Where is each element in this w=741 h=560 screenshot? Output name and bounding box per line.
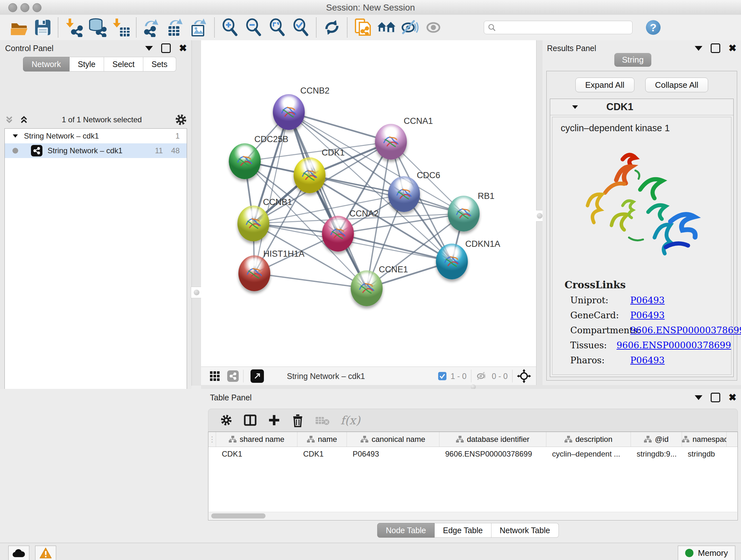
expand-all-button[interactable]: Expand All xyxy=(576,78,634,92)
float-panel-icon[interactable] xyxy=(145,46,153,51)
network-node-ccna2[interactable] xyxy=(322,216,354,252)
collapse-section-icon[interactable] xyxy=(571,103,579,111)
table-settings-gear-icon[interactable] xyxy=(220,414,232,427)
close-panel-icon[interactable]: ✖ xyxy=(179,44,187,52)
crosslink-link[interactable]: 9606.ENSP00000378699 xyxy=(630,325,741,335)
collection-expander-icon[interactable] xyxy=(12,132,19,139)
close-panel-icon[interactable]: ✖ xyxy=(729,44,737,52)
table-row[interactable]: CDK1CDK1P064939606.ENSP00000378699cyclin… xyxy=(208,447,738,461)
zoom-selected-button[interactable] xyxy=(291,18,311,37)
crosslink-link[interactable]: P06493 xyxy=(630,355,665,366)
column-header-description[interactable]: description xyxy=(546,432,631,447)
export-image-button[interactable] xyxy=(190,18,209,37)
tab-string[interactable]: String xyxy=(614,53,651,67)
horizontal-splitter[interactable] xyxy=(201,385,741,389)
open-session-button[interactable] xyxy=(10,18,29,37)
tab-style[interactable]: Style xyxy=(70,57,105,71)
scrollbar-thumb[interactable] xyxy=(211,513,266,518)
network-canvas[interactable]: CCNB2 CCNA1 CDC25B CDK1 CDC6 RB1 CCNB1 xyxy=(201,40,536,367)
add-column-icon[interactable] xyxy=(268,414,280,427)
delete-column-trash-icon[interactable] xyxy=(291,413,304,427)
table-cell[interactable]: 9606.ENSP00000378699 xyxy=(440,449,546,458)
network-edge[interactable] xyxy=(254,273,367,288)
table-cell[interactable]: CDK1 xyxy=(216,449,297,458)
maximize-panel-icon[interactable] xyxy=(711,393,720,402)
zoom-fit-button[interactable] xyxy=(268,18,287,37)
network-node-hist1h1a[interactable] xyxy=(239,255,270,291)
column-header-canonicalname[interactable]: canonical name xyxy=(347,432,440,447)
protein-card-header[interactable]: CDK1 xyxy=(550,99,733,115)
table-cell[interactable]: cyclin–dependent ... xyxy=(546,449,631,458)
tab-select[interactable]: Select xyxy=(104,57,143,71)
expand-all-chevron-icon[interactable] xyxy=(19,115,29,125)
hide-selected-button[interactable] xyxy=(401,18,420,37)
import-network-database-button[interactable] xyxy=(88,18,107,37)
apply-layout-button[interactable] xyxy=(322,18,341,37)
network-node-ccnb1[interactable] xyxy=(238,206,269,241)
search-input[interactable] xyxy=(495,23,628,32)
export-table-button[interactable] xyxy=(166,18,185,37)
table-cell[interactable]: stringdb:9... xyxy=(631,449,682,458)
crosslink-link[interactable]: P06493 xyxy=(630,310,665,320)
float-panel-icon[interactable] xyxy=(695,395,702,400)
gear-icon[interactable] xyxy=(175,114,187,126)
network-edge[interactable] xyxy=(289,112,367,288)
network-row[interactable]: String Network – cdk1 11 48 xyxy=(5,143,187,158)
table-cell[interactable]: CDK1 xyxy=(297,449,347,458)
search-field[interactable] xyxy=(484,21,632,34)
right-splitter[interactable] xyxy=(536,40,543,386)
column-header-sharedname[interactable]: shared name xyxy=(216,432,297,447)
table-cell[interactable]: stringdb xyxy=(682,449,727,458)
network-collection-row[interactable]: String Network – cdk1 1 xyxy=(5,129,187,143)
show-all-networks-button[interactable] xyxy=(377,18,396,37)
column-header-namespace[interactable]: namespace xyxy=(682,432,727,447)
network-node-cdk1[interactable] xyxy=(293,158,326,193)
save-session-button[interactable] xyxy=(33,18,52,37)
column-header-id[interactable]: @id xyxy=(631,432,682,447)
network-view-type-icon[interactable] xyxy=(227,370,239,382)
grid-view-icon[interactable] xyxy=(209,371,220,381)
crosslink-link[interactable]: P06493 xyxy=(630,295,665,306)
fit-selected-crosshair-icon[interactable] xyxy=(517,369,531,383)
float-panel-icon[interactable] xyxy=(695,46,702,51)
zoom-out-button[interactable] xyxy=(244,18,263,37)
select-columns-icon[interactable] xyxy=(244,414,257,427)
network-node-cdc6[interactable] xyxy=(388,176,420,212)
memory-button[interactable]: Memory xyxy=(678,546,735,560)
network-node-rb1[interactable] xyxy=(448,196,480,232)
export-network-button[interactable] xyxy=(142,18,161,37)
maximize-panel-icon[interactable] xyxy=(711,44,720,53)
hidden-eye-icon[interactable] xyxy=(476,371,488,381)
network-node-cdkn1a[interactable] xyxy=(436,244,468,279)
column-header-databaseidentifier[interactable]: database identifier xyxy=(440,432,546,447)
tab-network[interactable]: Network xyxy=(23,57,70,71)
network-node-ccna1[interactable] xyxy=(375,124,407,160)
tab-network-table[interactable]: Network Table xyxy=(491,523,559,538)
table-cell[interactable]: P06493 xyxy=(347,449,440,458)
network-node-ccne1[interactable] xyxy=(351,270,383,306)
warnings-button[interactable] xyxy=(35,546,56,560)
detach-view-button[interactable] xyxy=(251,369,264,383)
maximize-panel-icon[interactable] xyxy=(161,44,171,53)
tab-edge-table[interactable]: Edge Table xyxy=(434,523,491,538)
selected-checkbox-icon[interactable] xyxy=(438,372,447,381)
tab-sets[interactable]: Sets xyxy=(143,57,176,71)
left-splitter[interactable] xyxy=(192,40,202,386)
left-splitter-grip[interactable] xyxy=(191,287,202,298)
table-horizontal-scrollbar[interactable] xyxy=(209,512,737,520)
collapse-all-button[interactable]: Collapse All xyxy=(645,78,709,92)
collapse-all-chevron-icon[interactable] xyxy=(4,115,14,125)
import-table-button[interactable] xyxy=(111,18,131,37)
column-header-name[interactable]: name xyxy=(297,432,347,447)
zoom-in-button[interactable] xyxy=(220,18,240,37)
copy-network-button[interactable] xyxy=(353,18,373,37)
help-button[interactable]: ? xyxy=(646,20,661,35)
cloud-button[interactable] xyxy=(8,546,29,560)
import-network-file-button[interactable] xyxy=(64,18,83,37)
network-node-cdc25b[interactable] xyxy=(229,143,261,179)
close-panel-icon[interactable]: ✖ xyxy=(729,394,737,401)
tab-node-table[interactable]: Node Table xyxy=(377,523,434,538)
crosslink-link[interactable]: 9606.ENSP00000378699 xyxy=(616,340,731,351)
network-node-ccnb2[interactable] xyxy=(273,94,305,130)
show-hidden-button[interactable] xyxy=(424,18,443,37)
